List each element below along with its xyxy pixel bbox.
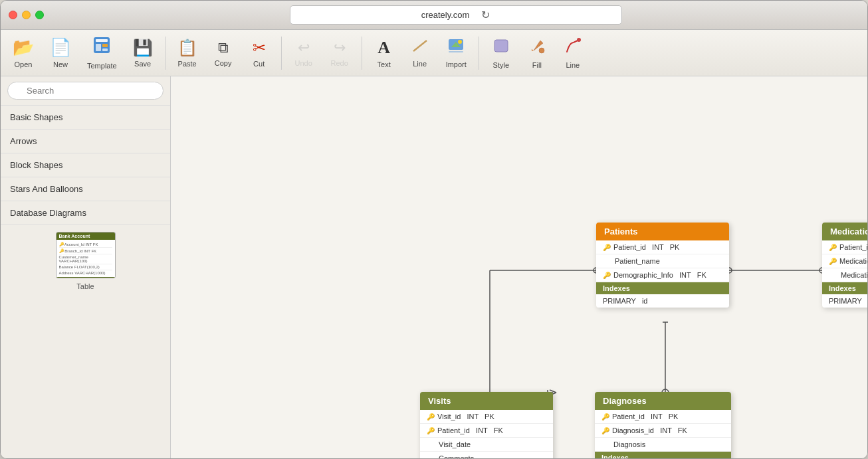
url-input[interactable]: creately.com ↻ [290, 5, 622, 25]
toolbar-separator-3 [362, 37, 362, 70]
copy-icon: ⧉ [218, 39, 229, 56]
medication-field-3: Medication_name [822, 268, 867, 282]
medication-field-2: 🔑 Medication_id INT FK [822, 254, 867, 268]
diagnoses-table[interactable]: Diagnoses 🔑 Patient_id INT PK 🔑 Diagnosi… [595, 392, 731, 458]
patients-table[interactable]: Patients 🔑 Patient_id INT PK Patient_nam… [596, 223, 729, 308]
key-icon-3: 🔑 [427, 413, 435, 420]
redo-button[interactable]: ↪ Redo [323, 37, 356, 70]
stars-balloons-label: Stars And Balloons [10, 184, 83, 194]
svg-rect-2 [96, 44, 101, 51]
medication-body: 🔑 Patient_id INT PK 🔑 Medication_id INT … [822, 240, 867, 282]
key-icon-2: 🔑 [829, 244, 837, 251]
sidebar-item-stars-balloons[interactable]: Stars And Balloons [1, 177, 170, 201]
thumbnail-label: Table [76, 282, 94, 290]
save-button[interactable]: 💾 Save [126, 36, 160, 70]
medication-table[interactable]: Medication 🔑 Patient_id INT PK 🔑 Medicat… [822, 223, 867, 308]
arrows-label: Arrows [10, 136, 37, 146]
key-fk-icon-3: 🔑 [427, 427, 435, 434]
sidebar-item-database-diagrams[interactable]: Database Diagrams [1, 201, 170, 225]
style-label: Style [493, 61, 509, 69]
line-style-icon [564, 37, 582, 58]
close-button[interactable] [9, 11, 17, 19]
url-text: creately.com [421, 10, 470, 20]
patients-index-row: PRIMARY id [596, 294, 729, 308]
sidebar-item-block-shapes[interactable]: Block Shapes [1, 153, 170, 177]
line-style-button[interactable]: Line [556, 35, 590, 72]
line-style-label: Line [566, 61, 580, 69]
svg-point-11 [577, 38, 581, 42]
fill-icon [528, 37, 546, 58]
search-input[interactable] [7, 82, 163, 100]
url-bar: creately.com ↻ [52, 5, 859, 25]
app-window: creately.com ↻ 📂 Open 📄 New [0, 0, 868, 459]
style-icon [492, 37, 510, 58]
visits-header: Visits [420, 392, 553, 410]
sidebar-item-arrows[interactable]: Arrows [1, 130, 170, 153]
new-label: New [53, 60, 68, 68]
copy-button[interactable]: ⧉ Copy [207, 37, 240, 70]
template-icon [92, 36, 111, 59]
import-button[interactable]: Import [439, 35, 473, 71]
svg-line-5 [413, 41, 427, 51]
main-area: 🔍 Basic Shapes Arrows Block Shapes Stars… [1, 76, 867, 458]
titlebar: creately.com ↻ [1, 1, 867, 30]
save-icon: 💾 [133, 39, 153, 57]
patients-header: Patients [596, 223, 729, 240]
undo-icon: ↩ [298, 39, 310, 56]
visits-field-3: Visit_date [420, 438, 553, 452]
fill-button[interactable]: Fill [520, 35, 554, 72]
text-button[interactable]: A Text [368, 35, 401, 71]
key-fk-icon-4: 🔑 [601, 427, 609, 434]
paste-icon: 📋 [177, 39, 197, 57]
visits-field-2: 🔑 Patient_id INT FK [420, 424, 553, 438]
sidebar-item-basic-shapes[interactable]: Basic Shapes [1, 106, 170, 130]
redo-label: Redo [330, 59, 348, 67]
thumbnail-area: Bank Account 🔑 Account_Id INT FK 🔑 Branc… [1, 225, 170, 297]
minimize-button[interactable] [22, 11, 31, 19]
cut-icon: ✂ [253, 39, 266, 57]
new-icon: 📄 [50, 37, 71, 58]
save-label: Save [134, 60, 151, 68]
visits-field-4: Comments [420, 452, 553, 458]
fill-label: Fill [532, 61, 542, 69]
reload-button[interactable]: ↻ [481, 9, 490, 21]
basic-shapes-label: Basic Shapes [10, 112, 63, 122]
patients-field-1: 🔑 Patient_id INT PK [596, 240, 729, 254]
paste-label: Paste [178, 60, 197, 68]
import-label: Import [446, 60, 467, 68]
svg-rect-10 [494, 40, 508, 52]
canvas[interactable]: Patients 🔑 Patient_id INT PK Patient_nam… [171, 76, 867, 458]
patients-index-header: Indexes [596, 282, 729, 294]
visits-table[interactable]: Visits 🔑 Visit_id INT PK 🔑 Patient_id IN… [420, 392, 553, 458]
key-fk-icon-1: 🔑 [603, 272, 611, 279]
patients-field-2: Patient_name [596, 254, 729, 268]
template-button[interactable]: Template [80, 33, 124, 72]
text-icon: A [378, 38, 390, 58]
diagnoses-field-1: 🔑 Patient_id INT PK [595, 410, 731, 424]
cut-button[interactable]: ✂ Cut [243, 36, 276, 70]
paste-button[interactable]: 📋 Paste [171, 36, 204, 70]
maximize-button[interactable] [35, 11, 44, 19]
import-icon [447, 38, 465, 58]
open-label: Open [15, 60, 33, 68]
toolbar: 📂 Open 📄 New Template 💾 Save [1, 30, 867, 76]
undo-label: Undo [294, 59, 312, 67]
medication-index-row: PRIMARY id [822, 294, 867, 308]
line-draw-icon [411, 39, 429, 57]
svg-rect-3 [102, 44, 108, 47]
new-button[interactable]: 📄 New [43, 35, 78, 71]
line-button[interactable]: Line [403, 36, 437, 70]
undo-button[interactable]: ↩ Undo [287, 37, 320, 70]
template-label: Template [87, 62, 117, 70]
key-icon-4: 🔑 [601, 413, 609, 420]
style-button[interactable]: Style [485, 35, 518, 72]
svg-rect-4 [102, 48, 108, 51]
diagnoses-field-3: Diagnosis [595, 438, 731, 452]
table-thumbnail[interactable]: Bank Account 🔑 Account_Id INT FK 🔑 Branc… [56, 232, 116, 278]
sidebar: 🔍 Basic Shapes Arrows Block Shapes Stars… [1, 76, 171, 458]
copy-label: Copy [215, 59, 232, 67]
svg-point-8 [458, 40, 462, 44]
search-box: 🔍 [1, 76, 170, 106]
open-button[interactable]: 📂 Open [6, 35, 41, 71]
visits-body: 🔑 Visit_id INT PK 🔑 Patient_id INT FK Vi… [420, 410, 553, 458]
